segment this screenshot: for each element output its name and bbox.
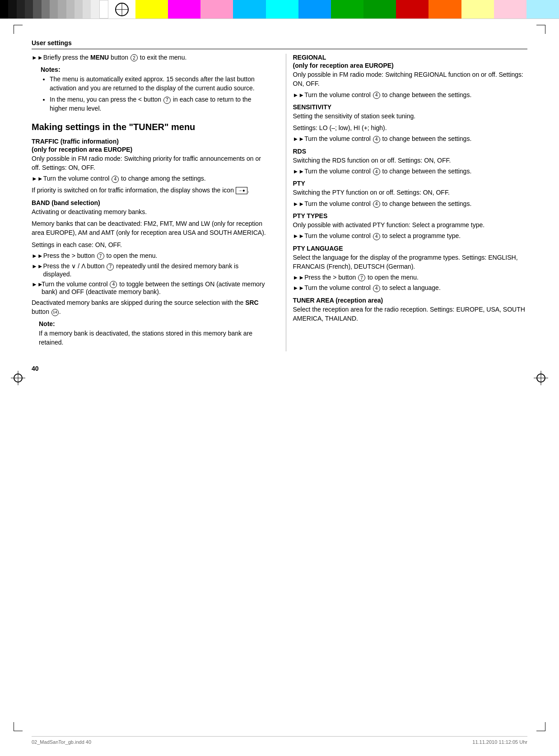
tuner-area-p: Select the reception area for the radio … [293,305,528,323]
arrow-icon: ►► [32,263,43,270]
pty-types-heading: PTY TYPES [293,212,528,219]
pty-section: PTY Switching the PTY function on or off… [293,180,528,208]
arrow-icon: ►► [32,252,43,259]
rds-p: Switching the RDS function on or off. Se… [293,156,528,165]
band-heading: BAND (band selection) [32,199,266,206]
notes-section: Notes: The menu is automatically exited … [41,66,266,113]
regional-heading: REGIONAL [293,54,528,61]
note-title: Note: [39,320,266,327]
arrow-icon: ►► [293,274,305,281]
pty-heading: PTY [293,180,528,187]
band-section: BAND (band selection) Activating or deac… [32,199,266,347]
arrow-icon: ►► [293,168,305,175]
rds-bullet-text: Turn the volume control 4 to change betw… [304,168,471,175]
footer-left: 02_MadSanTor_gb.indd 40 [32,739,91,745]
pty-types-section: PTY TYPES Only possible with activated P… [293,212,528,240]
regional-bullet: ►► Turn the volume control 4 to change b… [293,91,528,99]
section-title: User settings [32,39,527,49]
band-p2: Memory banks that can be deactivated: FM… [32,219,266,238]
grayscale-swatches [0,0,108,19]
band-p1: Activating or deactivating memory banks. [32,207,266,216]
regional-bullet-text: Turn the volume control 4 to change betw… [304,91,471,99]
traffic-p2: If priority is switched on for traffic i… [32,186,266,195]
arrow-icon: ►► [293,92,305,98]
page-number: 40 [32,365,39,372]
traffic-p1: Only possible in FM radio mode: Switchin… [32,154,266,173]
pty-types-p: Only possible with activated PTY functio… [293,220,528,229]
traffic-section: TRAFFIC (traffic information) (only for … [32,138,266,195]
footer: 02_MadSanTor_gb.indd 40 11.11.2010 11:12… [32,736,527,745]
main-heading: Making settings in the "TUNER" menu [32,121,266,132]
tuner-area-section: TUNER AREA (reception area) Select the r… [293,297,528,323]
traffic-heading: TRAFFIC (traffic information) [32,138,266,145]
regional-p: Only possible in FM radio mode: Switchin… [293,70,528,89]
right-column: REGIONAL (only for reception area EUROPE… [286,54,528,351]
pty-bullet: ►► Turn the volume control 4 to change b… [293,200,528,208]
corner-mark-tr [536,25,545,34]
corner-mark-tl [14,25,23,34]
note-text: If a memory bank is deactivated, the sta… [39,329,266,347]
arrow-icon: ►► [32,175,43,182]
traffic-bullet: ►► Turn the volume control 4 to change a… [32,175,266,182]
pty-language-p: Select the language for the display of t… [293,253,528,271]
sensitivity-p1: Setting the sensitivity of station seek … [293,112,528,121]
rds-heading: RDS [293,148,528,155]
pty-types-bullet-text: Turn the volume control 4 to select a pr… [304,232,461,240]
band-p4: Deactivated memory banks are skipped dur… [32,298,266,317]
band-bullet-2: ►► Press the ∨ / Λ button 7 repeatedly u… [32,262,266,277]
sensitivity-bullet: ►► Turn the volume control 4 to change b… [293,135,528,143]
note-item-1: The menu is automatically exited approx.… [50,75,266,93]
pty-p: Switching the PTY function on or off. Se… [293,188,528,197]
traffic-bullet-text: Turn the volume control 4 to change amon… [43,175,206,182]
arrow-icon: ►► [293,285,305,291]
note-item-2: In the menu, you can press the < button … [50,95,266,113]
sensitivity-section: SENSITIVITY Setting the sensitivity of s… [293,103,528,143]
pty-bullet-text: Turn the volume control 4 to change betw… [304,200,471,208]
crosshair-icon [108,0,135,19]
regional-subheading: (only for reception area EUROPE) [293,62,528,69]
corner-mark-bl [14,722,23,731]
sensitivity-p2: Settings: LO (–; low), HI (+; high). [293,123,528,132]
left-column: ►► Briefly press the MENU button 2 to ex… [32,54,273,351]
page-number-area: 40 [32,365,527,372]
pty-language-section: PTY LANGUAGE Select the language for the… [293,245,528,292]
arrow-icon: ►► [293,135,305,142]
arrow-icon: ►► [32,54,43,61]
regional-section: REGIONAL (only for reception area EUROPE… [293,54,528,99]
note-box: Note: If a memory bank is deactivated, t… [39,320,266,347]
pty-language-bullet-1: ►► Press the > button 7 to open the menu… [293,274,528,281]
sensitivity-heading: SENSITIVITY [293,103,528,111]
color-swatches [135,0,559,19]
band-bullet-1: ►► Press the > button 7 to open the menu… [32,252,266,260]
menu-exit-bullet: ►► Briefly press the MENU button 2 to ex… [32,54,266,61]
tuner-area-heading: TUNER AREA (reception area) [293,297,528,304]
color-bar [0,0,559,19]
band-bullet-2-text: Press the ∨ / Λ button 7 repeatedly unti… [43,262,266,277]
band-p3: Settings in each case: ON, OFF. [32,240,266,249]
pty-language-bullet-1-text: Press the > button 7 to open the menu. [304,274,419,281]
pty-language-heading: PTY LANGUAGE [293,245,528,252]
band-bullet-1-text: Press the > button 7 to open the menu. [43,252,158,260]
sensitivity-bullet-text: Turn the volume control 4 to change betw… [304,135,471,143]
pty-language-bullet-2-text: Turn the volume control 4 to select a la… [304,284,441,292]
band-bullet-3: ►► Turn the volume control 4 to toggle b… [32,280,266,295]
rds-section: RDS Switching the RDS function on or off… [293,148,528,176]
pty-types-bullet: ►► Turn the volume control 4 to select a… [293,232,528,240]
arrow-icon: ►► [293,201,305,207]
notes-title: Notes: [41,66,266,73]
pty-language-bullet-2: ►► Turn the volume control 4 to select a… [293,284,528,292]
traffic-subheading: (only for reception area EUROPE) [32,146,266,153]
footer-right: 11.11.2010 11:12:05 Uhr [472,739,527,745]
corner-mark-br [536,722,545,731]
arrow-icon: ►► [32,281,42,288]
rds-bullet: ►► Turn the volume control 4 to change b… [293,168,528,175]
left-crosshair [14,373,23,383]
band-bullet-3-text: Turn the volume control 4 to toggle betw… [42,280,266,295]
main-content: User settings ►► Briefly press the MENU … [0,19,559,408]
notes-list: The menu is automatically exited approx.… [50,75,266,113]
right-crosshair [536,373,545,383]
page: User settings ►► Briefly press the MENU … [0,0,559,756]
arrow-icon: ►► [293,233,305,239]
menu-exit-text: Briefly press the MENU button 2 to exit … [43,54,187,61]
